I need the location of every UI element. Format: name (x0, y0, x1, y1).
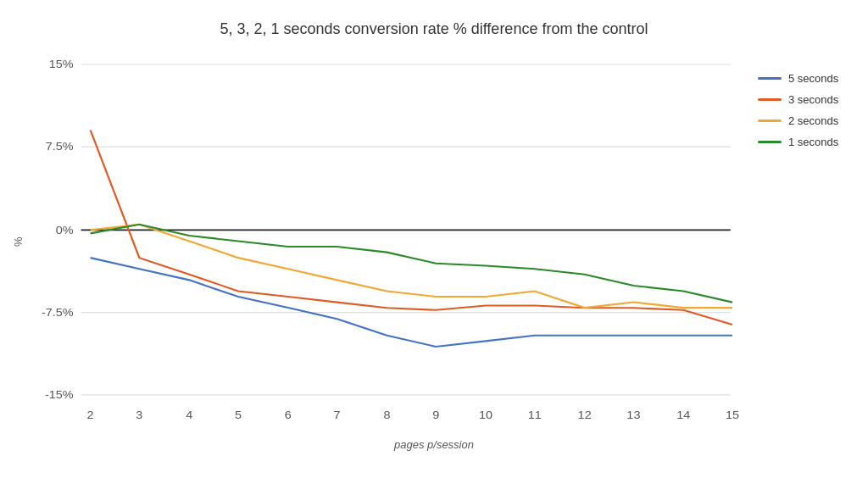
chart-body: 15% 7.5% 0% -7.5% -15% 2 3 4 5 6 7 8 9 1… (34, 47, 749, 437)
legend-item-2s: 2 seconds (758, 114, 868, 127)
legend-line-3s (758, 98, 782, 101)
svg-text:15: 15 (726, 408, 739, 421)
chart-container: 5, 3, 2, 1 seconds conversion rate % dif… (0, 0, 868, 495)
chart-title: 5, 3, 2, 1 seconds conversion rate % dif… (0, 0, 868, 47)
svg-text:-15%: -15% (45, 387, 74, 401)
svg-text:15%: 15% (49, 57, 74, 70)
legend-item-3s: 3 seconds (758, 93, 868, 106)
legend-line-2s (758, 120, 782, 122)
svg-text:9: 9 (432, 408, 439, 421)
legend: 5 seconds 3 seconds 2 seconds 1 seconds (758, 47, 868, 437)
svg-text:11: 11 (528, 408, 542, 421)
svg-text:-7.5%: -7.5% (42, 305, 74, 319)
legend-label-3s: 3 seconds (788, 93, 838, 106)
legend-label-2s: 2 seconds (788, 114, 838, 127)
svg-text:0%: 0% (56, 223, 74, 236)
legend-line-1s (758, 141, 782, 143)
legend-label-1s: 1 seconds (788, 136, 838, 148)
svg-text:10: 10 (479, 408, 492, 421)
svg-text:6: 6 (285, 408, 292, 421)
svg-text:7.5%: 7.5% (46, 140, 74, 153)
svg-text:14: 14 (676, 408, 690, 421)
svg-text:3: 3 (136, 408, 142, 421)
legend-item-1s: 1 seconds (758, 136, 868, 148)
legend-label-5s: 5 seconds (788, 72, 838, 85)
legend-line-5s (758, 77, 782, 80)
svg-text:8: 8 (383, 408, 390, 421)
svg-text:4: 4 (186, 408, 192, 421)
svg-text:12: 12 (578, 408, 592, 421)
svg-text:2: 2 (87, 408, 94, 421)
x-axis-label: pages p/session (0, 438, 868, 451)
chart-area: % 15% 7.5% 0% -7.5% -15% (0, 47, 868, 437)
y-axis-label: % (8, 47, 27, 437)
legend-item-5s: 5 seconds (758, 72, 868, 85)
svg-text:5: 5 (235, 408, 242, 421)
svg-text:7: 7 (334, 408, 341, 421)
svg-text:13: 13 (626, 408, 640, 421)
